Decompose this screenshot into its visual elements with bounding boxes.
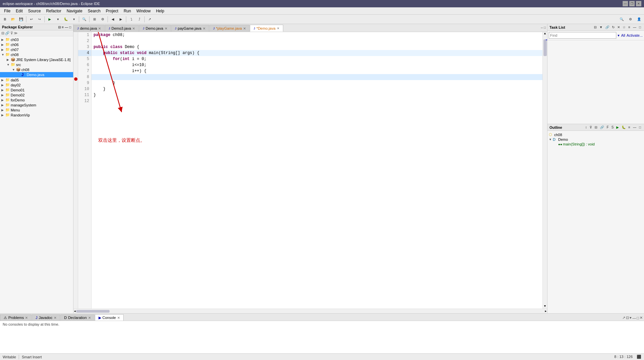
tab-playGame-close[interactable]: ✕ xyxy=(243,27,246,30)
hscroll-thumb[interactable] xyxy=(76,310,110,313)
pe-tree-item-Demo01[interactable]: ▶📁Demo01 xyxy=(0,87,73,92)
tb-user[interactable]: 👤 xyxy=(635,16,643,23)
ol-btn-sort[interactable]: ↕ xyxy=(584,125,588,129)
outline-item-ch08[interactable]: ⬡ ch08 xyxy=(547,132,644,137)
tb-step2[interactable]: ⤴ xyxy=(136,16,143,23)
pe-tree-item-ch08[interactable]: ▼📁ch08 xyxy=(0,52,73,57)
tab-Demo[interactable]: J Demo.java ✕ xyxy=(139,25,171,32)
outline-item-main[interactable]: ● ● main(String[]) : void xyxy=(547,142,644,146)
ol-btn-collapse[interactable]: ⊟ xyxy=(594,125,598,129)
tab-declaration[interactable]: D Declaration ✕ xyxy=(60,314,95,321)
tab-javadoc-close[interactable]: ✕ xyxy=(54,316,56,320)
ol-btn-hide-static[interactable]: S xyxy=(610,125,615,129)
pe-tb-filter[interactable]: ⊽ xyxy=(10,31,13,35)
menu-refactor[interactable]: Refactor xyxy=(43,8,64,14)
tl-find-input[interactable] xyxy=(549,32,616,39)
tab-demo-close[interactable]: ✕ xyxy=(98,27,101,30)
pe-tree-item-Menu[interactable]: ▶📁Menu xyxy=(0,107,73,112)
pe-tb-collapse-all[interactable]: ⊟ xyxy=(1,31,4,35)
ol-btn-run[interactable]: ▶ xyxy=(615,125,620,129)
menu-source[interactable]: Source xyxy=(25,8,43,14)
h-scrollbar[interactable]: ◀ ▶ xyxy=(73,309,547,313)
pe-menu[interactable]: ≡ xyxy=(62,25,64,29)
tab-console-close[interactable]: ✕ xyxy=(117,316,120,320)
pe-tree-item-DemoJava[interactable]: JDemo.java xyxy=(0,72,73,77)
pe-tree-item-Demo02[interactable]: ▶📁Demo02 xyxy=(0,92,73,97)
tab-demo[interactable]: J demo.java ✕ xyxy=(73,25,105,32)
tab-DemoActive-close[interactable]: ✕ xyxy=(277,27,280,30)
pe-tb-link[interactable]: 🔗 xyxy=(5,31,10,35)
tl-btn4[interactable]: ↻ xyxy=(611,25,616,29)
pe-tree-item-ch03[interactable]: ▶📁ch03 xyxy=(0,37,73,42)
menu-navigate[interactable]: Navigate xyxy=(64,8,85,14)
pe-tree-item-da05[interactable]: ▶📁da05 xyxy=(0,77,73,82)
tb-save[interactable]: 💾 xyxy=(17,16,25,23)
tl-btn6[interactable]: ☆ xyxy=(622,25,627,29)
btc-layout2[interactable]: ▾ xyxy=(630,316,632,320)
menu-file[interactable]: File xyxy=(1,8,13,14)
tb-search[interactable]: 🔍 xyxy=(80,16,88,23)
restore-button[interactable]: ❒ xyxy=(629,1,635,6)
hscroll-track[interactable] xyxy=(76,310,544,313)
btc-open[interactable]: ↗ xyxy=(622,316,625,320)
tb-settings[interactable]: ⚙ xyxy=(99,16,106,23)
tb-search-right[interactable]: 🔍 xyxy=(618,16,625,23)
scroll-track[interactable] xyxy=(543,36,547,305)
tl-minimize[interactable]: — xyxy=(632,25,637,29)
outline-item-Demo[interactable]: ▼ D Demo xyxy=(547,137,644,142)
tl-find-dropdown[interactable]: ▾ xyxy=(618,33,620,38)
tb-back[interactable]: ◀ xyxy=(109,16,117,23)
tl-btn1[interactable]: ⊟ xyxy=(593,25,598,29)
ol-btn-debug[interactable]: 🐛 xyxy=(621,125,627,129)
tb-forward[interactable]: ▶ xyxy=(117,16,125,23)
ol-minimize[interactable]: — xyxy=(632,125,637,129)
tb-prefs[interactable]: ⚙ xyxy=(627,16,634,23)
hscroll-left[interactable]: ◀ xyxy=(73,310,76,313)
menu-edit[interactable]: Edit xyxy=(13,8,25,14)
btc-minimize[interactable]: — xyxy=(632,316,636,320)
editor-min-btn[interactable]: — xyxy=(541,26,543,30)
ol-btn-filter[interactable]: ⊽ xyxy=(589,125,593,129)
tb-debug-dropdown[interactable]: ▾ xyxy=(70,16,77,23)
menu-window[interactable]: Window xyxy=(134,8,153,14)
hscroll-right[interactable]: ▶ xyxy=(544,310,547,313)
btc-close[interactable]: ✕ xyxy=(640,316,643,320)
btc-layout[interactable]: ⊡ xyxy=(626,316,629,320)
editor-max-btn[interactable]: □ xyxy=(544,26,546,30)
pe-tb-more[interactable]: ≫ xyxy=(14,31,18,35)
tb-run[interactable]: ▶ xyxy=(46,16,53,23)
tb-step[interactable]: ⤵ xyxy=(128,16,135,23)
scroll-thumb[interactable] xyxy=(543,39,547,56)
tb-redo[interactable]: ↪ xyxy=(36,16,43,23)
ol-btn-hide-fields[interactable]: F xyxy=(606,125,610,129)
menu-help[interactable]: Help xyxy=(153,8,167,14)
pe-tree-item-forDemo[interactable]: ▶📁forDemo xyxy=(0,97,73,102)
tb-perspective[interactable]: ⊞ xyxy=(91,16,98,23)
tb-share[interactable]: ↗ xyxy=(146,16,153,23)
pe-tree-item-src[interactable]: ▼📁src xyxy=(0,62,73,67)
tab-declaration-close[interactable]: ✕ xyxy=(88,316,91,320)
tb-undo[interactable]: ↩ xyxy=(28,16,35,23)
tab-console[interactable]: ▶ Console ✕ xyxy=(95,314,124,321)
tab-javadoc[interactable]: J Javadoc ✕ xyxy=(32,314,60,321)
close-button[interactable]: ✕ xyxy=(636,1,641,6)
tb-new[interactable]: 🗎 xyxy=(1,16,9,23)
tab-problems[interactable]: ⚠ Problems ✕ xyxy=(0,314,31,321)
scroll-up[interactable]: ▲ xyxy=(543,32,547,36)
tl-btn3[interactable]: 🔗 xyxy=(604,25,610,29)
ol-btn-menu[interactable]: ≡ xyxy=(627,125,631,129)
pe-tree-item-RandomVip[interactable]: ▶📁RandomVip xyxy=(0,112,73,117)
tab-Demo-close[interactable]: ✕ xyxy=(165,27,167,30)
tab-problems-close[interactable]: ✕ xyxy=(25,316,28,320)
pe-maximize[interactable]: □ xyxy=(69,25,71,29)
menu-project[interactable]: Project xyxy=(103,8,121,14)
pe-tree-item-ch08pkg[interactable]: ▼📦ch08 xyxy=(0,67,73,72)
scroll-down[interactable]: ▼ xyxy=(543,305,547,309)
tab-payGame-close[interactable]: ✕ xyxy=(203,27,205,30)
tb-run-dropdown[interactable]: ▾ xyxy=(54,16,61,23)
pe-collapse[interactable]: ⊟ xyxy=(58,25,61,29)
pe-minimize[interactable]: — xyxy=(65,25,68,29)
tab-playGame[interactable]: J *playGame.java ✕ xyxy=(209,25,250,32)
tab-DemoActive[interactable]: J *Demo.java ✕ xyxy=(250,25,283,32)
pe-tree-item-manageSystem[interactable]: ▶📁manageSystem xyxy=(0,102,73,107)
